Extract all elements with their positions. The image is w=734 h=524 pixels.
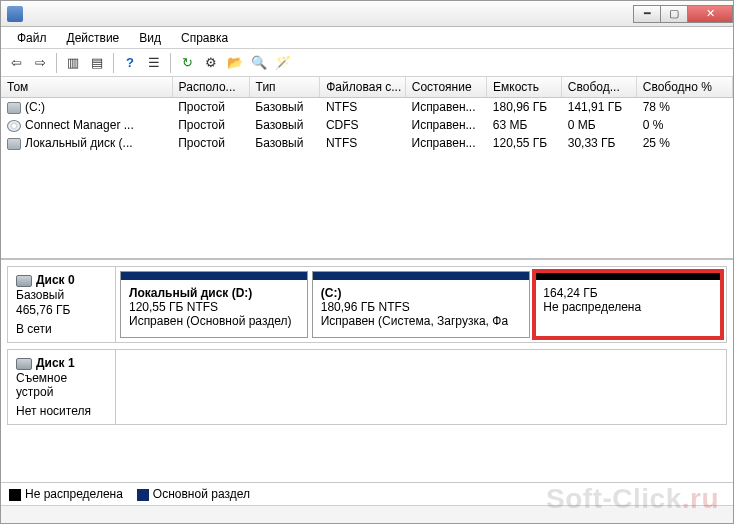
disk-info: Диск 1Съемное устройНет носителя [8,350,116,424]
disk-icon [7,102,21,114]
col-freepct[interactable]: Свободно % [636,77,732,98]
maximize-button[interactable]: ▢ [660,5,688,23]
open-button[interactable]: 📂 [224,52,246,74]
close-button[interactable]: ✕ [687,5,733,23]
col-free[interactable]: Свобод... [561,77,636,98]
col-volume[interactable]: Том [1,77,172,98]
col-status[interactable]: Состояние [405,77,486,98]
cd-icon [7,120,21,132]
partitions: Локальный диск (D:)120,55 ГБ NTFSИсправе… [116,267,726,342]
disk-icon [16,358,32,370]
partition-unallocated[interactable]: 164,24 ГБНе распределена [534,271,722,338]
toolbar-separator [170,53,171,73]
toolbar-separator [113,53,114,73]
show-hide-tree-button[interactable]: ▥ [62,52,84,74]
toolbar: ⇦ ⇨ ▥ ▤ ? ☰ ↻ ⚙ 📂 🔍 🪄 [1,49,733,77]
list-view-button[interactable]: ☰ [143,52,165,74]
help-button[interactable]: ? [119,52,141,74]
menu-help[interactable]: Справка [171,29,238,47]
settings-button[interactable]: ⚙ [200,52,222,74]
volume-list: Том Располо... Тип Файловая с... Состоян… [1,77,733,259]
title-bar: ━ ▢ ✕ [1,1,733,27]
col-fs[interactable]: Файловая с... [320,77,406,98]
table-row[interactable]: (C:)ПростойБазовыйNTFSИсправен...180,96 … [1,98,733,116]
col-layout[interactable]: Располо... [172,77,249,98]
window-buttons: ━ ▢ ✕ [634,5,733,23]
menu-bar: Файл Действие Вид Справка [1,27,733,49]
disk-row: Диск 1Съемное устройНет носителя [7,349,727,425]
legend-primary: Основной раздел [137,487,250,501]
disk-row: Диск 0Базовый465,76 ГБВ сетиЛокальный ди… [7,266,727,343]
legend: Не распределена Основной раздел [1,482,733,505]
toolbar-separator [56,53,57,73]
find-button[interactable]: 🔍 [248,52,270,74]
col-type[interactable]: Тип [249,77,320,98]
forward-button[interactable]: ⇨ [29,52,51,74]
refresh-button[interactable]: ↻ [176,52,198,74]
partition-primary[interactable]: (C:)180,96 ГБ NTFSИсправен (Система, Заг… [312,271,531,338]
col-capacity[interactable]: Емкость [487,77,562,98]
back-button[interactable]: ⇦ [5,52,27,74]
disk-info: Диск 0Базовый465,76 ГБВ сети [8,267,116,342]
wizard-button[interactable]: 🪄 [272,52,294,74]
menu-file[interactable]: Файл [7,29,57,47]
properties-button[interactable]: ▤ [86,52,108,74]
menu-view[interactable]: Вид [129,29,171,47]
column-headers: Том Располо... Тип Файловая с... Состоян… [1,77,733,98]
app-icon [7,6,23,22]
minimize-button[interactable]: ━ [633,5,661,23]
partition-primary[interactable]: Локальный диск (D:)120,55 ГБ NTFSИсправе… [120,271,308,338]
table-row[interactable]: Локальный диск (...ПростойБазовыйNTFSИсп… [1,134,733,152]
graphical-view: Диск 0Базовый465,76 ГБВ сетиЛокальный ди… [1,259,733,437]
no-media [116,350,726,424]
status-bar [1,505,733,523]
table-row[interactable]: Connect Manager ...ПростойБазовыйCDFSИсп… [1,116,733,134]
disk-icon [16,275,32,287]
legend-unallocated: Не распределена [9,487,123,501]
disk-icon [7,138,21,150]
menu-action[interactable]: Действие [57,29,130,47]
